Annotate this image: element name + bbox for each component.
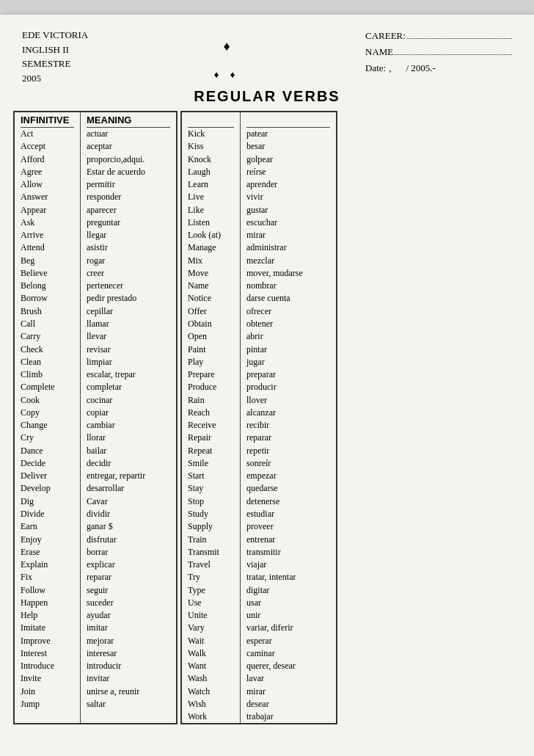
list-item: Estar de acuerdo: [87, 166, 170, 178]
list-item: Kick: [188, 128, 234, 140]
bullet-top: ♦: [223, 39, 230, 54]
list-item: Interest: [21, 647, 74, 660]
list-item: Allow: [21, 178, 74, 191]
list-item: preguntar: [87, 217, 170, 229]
bullet-bottom: ♦ ♦: [214, 69, 240, 81]
list-item: Play: [188, 356, 234, 368]
list-item: nombrar: [246, 280, 330, 292]
list-item: unirse a, reunir: [87, 686, 170, 698]
list-item: interesar: [87, 647, 170, 660]
list-item: alcanzar: [246, 407, 330, 419]
list-item: viajar: [246, 559, 330, 571]
list-item: Join: [21, 686, 74, 698]
career-label: CAREER:: [365, 28, 406, 44]
list-item: Accept: [21, 140, 74, 153]
list-item: llamar: [87, 318, 170, 330]
list-item: disfrutar: [87, 534, 170, 546]
list-item: dividir: [87, 508, 170, 520]
list-item: Kiss: [188, 140, 234, 153]
list-item: Try: [188, 571, 234, 584]
list-item: Erase: [21, 546, 74, 559]
list-item: Unite: [188, 609, 234, 622]
list-item: Knock: [188, 153, 234, 166]
list-item: cocinar: [87, 394, 170, 407]
list-item: Afford: [21, 153, 74, 166]
list-item: lavar: [246, 672, 330, 685]
list-item: usar: [246, 597, 330, 609]
list-item: administrar: [246, 241, 330, 254]
grade: INGLISH II: [22, 43, 88, 57]
list-item: Appear: [21, 204, 74, 217]
list-item: Wash: [188, 672, 234, 685]
list-item: Paint: [188, 344, 234, 356]
list-item: invitar: [87, 672, 170, 685]
list-item: Clean: [21, 356, 74, 368]
list-item: ofrecer: [246, 305, 330, 318]
list-item: Cry: [21, 432, 74, 444]
list-item: darse cuenta: [246, 292, 330, 305]
list-item: imitar: [87, 622, 170, 634]
list-item: Help: [21, 609, 74, 622]
list-item: Receive: [188, 419, 234, 432]
list-item: aparecer: [87, 204, 170, 217]
list-item: llover: [246, 394, 330, 407]
list-item: Carry: [21, 330, 74, 343]
list-item: proveer: [246, 520, 330, 533]
list-item: ganar $: [87, 520, 170, 533]
list-item: Manage: [188, 241, 234, 254]
list-item: Mix: [188, 255, 234, 267]
list-item: borrar: [87, 546, 170, 559]
list-item: digitar: [246, 584, 330, 597]
list-item: saltar: [87, 698, 170, 710]
list-item: Decide: [21, 457, 74, 470]
list-item: Reach: [188, 407, 234, 419]
list-item: desarrollar: [87, 482, 170, 495]
list-item: Wish: [188, 698, 234, 710]
list-item: Enjoy: [21, 534, 74, 546]
list-item: Supply: [188, 520, 234, 533]
list-item: reírse: [246, 166, 330, 178]
list-item: estudiar: [246, 508, 330, 520]
list-item: Belong: [21, 280, 74, 292]
left-column: INFINITIVE ActAcceptAffordAgreeAllowAnsw…: [13, 111, 178, 724]
right-column: KickKissKnockLaughLearnLiveLikeListenLoo…: [180, 111, 337, 724]
list-item: Obtain: [188, 318, 234, 330]
list-item: recibir: [246, 419, 330, 432]
career-dots: [407, 38, 512, 39]
col-meaning: MEANING actuaraceptarproporcio,adqui.Est…: [81, 112, 176, 723]
list-item: responder: [87, 191, 170, 203]
list-item: bailar: [87, 445, 170, 457]
list-item: Agree: [21, 166, 74, 178]
list-item: Imitate: [21, 622, 74, 634]
list-item: Repair: [188, 432, 234, 444]
col-verb: KickKissKnockLaughLearnLiveLikeListenLoo…: [182, 112, 241, 723]
list-item: aceptar: [87, 140, 170, 153]
list-item: llegar: [87, 229, 170, 241]
list-item: empezar: [246, 470, 330, 482]
list-item: Watch: [188, 686, 234, 698]
page: EDE VICTORIA INGLISH II SEMESTRE 2005 ♦ …: [0, 15, 534, 756]
list-item: explicar: [87, 559, 170, 571]
list-item: Stop: [188, 495, 234, 508]
list-item: Smile: [188, 457, 234, 470]
list-item: escalar, trepar: [87, 368, 170, 381]
list-item: variar, diferir: [246, 622, 330, 634]
list-item: Believe: [21, 267, 74, 280]
list-item: Check: [21, 344, 74, 356]
list-item: completar: [87, 381, 170, 393]
page-title: REGULAR VERBS: [194, 88, 340, 105]
list-item: escuchar: [246, 217, 330, 229]
list-item: Climb: [21, 368, 74, 381]
list-item: Type: [188, 584, 234, 597]
list-item: permitir: [87, 178, 170, 191]
list-item: transmitir: [246, 546, 330, 559]
list-item: aprender: [246, 178, 330, 191]
list-item: Happen: [21, 597, 74, 609]
list-item: detenerse: [246, 495, 330, 508]
infinitive-words: ActAcceptAffordAgreeAllowAnswerAppearAsk…: [21, 128, 74, 710]
verb-header: [188, 112, 234, 128]
list-item: Invite: [21, 672, 74, 685]
list-item: decidir: [87, 457, 170, 470]
list-item: Cook: [21, 394, 74, 407]
list-item: cambiar: [87, 419, 170, 432]
